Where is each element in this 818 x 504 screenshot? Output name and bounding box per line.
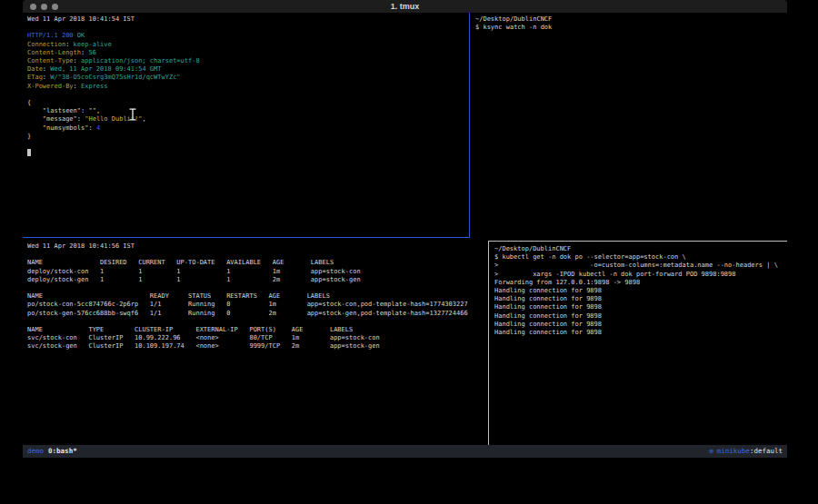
terminal-line: NAME READY STATUS RESTARTS AGE LABELS bbox=[27, 292, 488, 301]
terminal-line: Handling connection for 9898 bbox=[494, 303, 787, 311]
terminal-line: po/stock-gen-576cc688bb-swqf6 1/1 Runnin… bbox=[27, 310, 488, 318]
terminal-line: $ kubectl get -n dok po --selector=app=s… bbox=[494, 253, 787, 262]
terminal-text-segment: ~/Desktop/DublinCNCF bbox=[494, 245, 571, 252]
terminal-line bbox=[27, 91, 469, 99]
terminal-text-segment: $ kubectl get -n dok po --selector=app=s… bbox=[494, 253, 686, 261]
terminal-text-segment: Date bbox=[27, 65, 43, 73]
terminal-text-segment: svc/stock-con ClusterIP 10.99.222.96 <no… bbox=[27, 334, 380, 341]
terminal-line: Handling connection for 9898 bbox=[494, 295, 787, 303]
terminal-line: ETag: W/"38-O5coCsrg3mQ75sHr1d/qcWTwYZc" bbox=[27, 74, 469, 82]
terminal-text-segment: Handling connection for 9898 bbox=[494, 312, 602, 320]
terminal-line: svc/stock-con ClusterIP 10.99.222.96 <no… bbox=[27, 334, 488, 342]
window-title: 1. tmux bbox=[23, 0, 787, 13]
terminal-text-segment: ~/Desktop/DublinCNCF bbox=[475, 15, 552, 23]
terminal-text-segment: deploy/stock-con 1 1 1 1 1m app=stock-co… bbox=[27, 268, 361, 275]
terminal-line: Date: Wed, 11 Apr 2018 09:41:54 GMT bbox=[27, 65, 469, 74]
terminal-line: Connection: keep-alive bbox=[27, 41, 469, 49]
minimize-button[interactable] bbox=[41, 4, 47, 10]
terminal-text-segment: Wed 11 Apr 2018 10:41:56 IST bbox=[27, 242, 135, 250]
terminal-text-segment: W/"38-O5coCsrg3mQ75sHr1d/qcWTwYZc" bbox=[50, 74, 180, 81]
session-name: demo bbox=[27, 445, 44, 458]
terminal-text-segment: Connection bbox=[27, 41, 65, 48]
terminal-line bbox=[27, 24, 469, 32]
terminal-text-segment bbox=[27, 107, 43, 114]
terminal-line bbox=[27, 149, 469, 157]
terminal-line bbox=[27, 318, 488, 326]
terminal-text-segment: : bbox=[74, 57, 81, 64]
terminal-line: Handling connection for 9898 bbox=[494, 321, 787, 329]
terminal-text-segment: po/stock-gen-576cc688bb-swqf6 1/1 Runnin… bbox=[27, 310, 468, 317]
terminal-text-segment: X-Powered-By bbox=[27, 83, 74, 90]
terminal-line: deploy/stock-gen 1 1 1 1 2m app=stock-ge… bbox=[27, 276, 488, 284]
pane-http-response[interactable]: Wed 11 Apr 2018 10:41:54 ISTHTTP/1.1 200… bbox=[23, 13, 469, 237]
terminal-text-segment: > xargs -IPOD kubectl -n dok port-forwar… bbox=[494, 271, 736, 278]
terminal-text-segment: "message" bbox=[43, 115, 77, 123]
terminal-line: ~/Desktop/DublinCNCF bbox=[475, 15, 787, 24]
terminal-line: "message": "Hello Dublin!", bbox=[27, 115, 469, 124]
terminal-text-segment: NAME READY STATUS RESTARTS AGE LABELS bbox=[27, 292, 330, 300]
window-titlebar[interactable]: 1. tmux bbox=[23, 0, 787, 13]
terminal-text-segment: application/json; charset=utf-8 bbox=[81, 57, 200, 64]
tmux-status-bar: demo 0:bash* ⎈ minikube :default bbox=[23, 445, 787, 458]
terminal-text-segment: svc/stock-gen ClusterIP 10.109.197.74 <n… bbox=[27, 342, 380, 350]
terminal-line: svc/stock-gen ClusterIP 10.109.197.74 <n… bbox=[27, 342, 488, 351]
terminal-line: "lastseen": "", bbox=[27, 107, 469, 115]
terminal-text-segment: OK bbox=[77, 32, 85, 39]
terminal-text-segment: } bbox=[27, 133, 31, 140]
status-bar-right: ⎈ minikube :default bbox=[709, 445, 783, 458]
terminal-line: Handling connection for 9898 bbox=[494, 287, 787, 295]
terminal-text-segment: Content-Type bbox=[27, 57, 74, 64]
pane-ksync-watch[interactable]: ~/Desktop/DublinCNCF$ ksync watch -n dok bbox=[471, 13, 787, 241]
pane-border-vertical[interactable] bbox=[488, 241, 489, 445]
terminal-text-segment: { bbox=[27, 99, 31, 106]
terminal-text-segment: > -o=custom-columns=:metadata.name --no-… bbox=[494, 262, 778, 269]
terminal-text-segment: : bbox=[74, 83, 81, 90]
terminal-line: X-Powered-By: Express bbox=[27, 83, 469, 91]
terminal-line: Handling connection for 9898 bbox=[494, 329, 787, 337]
pane-border-horizontal[interactable] bbox=[488, 241, 787, 242]
terminal-text-segment: keep-alive bbox=[74, 41, 112, 48]
terminal-line: > -o=custom-columns=:metadata.name --no-… bbox=[494, 262, 787, 270]
terminal-text-segment: Handling connection for 9898 bbox=[494, 295, 602, 302]
terminal-text-segment: Handling connection for 9898 bbox=[494, 303, 602, 311]
pane-kubectl-get[interactable]: Wed 11 Apr 2018 10:41:56 ISTNAME DESIRED… bbox=[23, 239, 488, 445]
terminal-text-segment: "lastseen" bbox=[43, 107, 81, 114]
terminal-line: $ ksync watch -n dok bbox=[475, 24, 787, 32]
kube-context: minikube bbox=[717, 445, 750, 458]
traffic-lights bbox=[30, 4, 58, 10]
active-pane-border-vertical[interactable] bbox=[469, 13, 470, 238]
terminal-text-segment: Content-Length bbox=[27, 49, 81, 56]
terminal-text-segment: Forwarding from 127.0.0.1:9898 -> 9898 bbox=[494, 279, 640, 286]
terminal-line bbox=[27, 284, 488, 292]
active-pane-border-horizontal[interactable] bbox=[23, 237, 470, 238]
terminal-line: } bbox=[27, 133, 469, 141]
terminal-text-segment: po/stock-con-5cc874766c-2p6rp 1/1 Runnin… bbox=[27, 301, 468, 308]
terminal-line: NAME DESIRED CURRENT UP-TO-DATE AVAILABL… bbox=[27, 259, 488, 267]
terminal-text-segment: Handling connection for 9898 bbox=[494, 329, 602, 336]
terminal-text-segment: , bbox=[96, 107, 100, 114]
terminal-text-segment: NAME TYPE CLUSTER-IP EXTERNAL-IP PORT(S)… bbox=[27, 326, 353, 333]
mouse-cursor-ibeam bbox=[128, 108, 137, 121]
terminal-line bbox=[27, 251, 488, 259]
zoom-button[interactable] bbox=[52, 4, 58, 10]
terminal-text-segment: NAME DESIRED CURRENT UP-TO-DATE AVAILABL… bbox=[27, 259, 334, 266]
window-tab-bash[interactable]: 0:bash* bbox=[48, 445, 77, 458]
terminal-line: po/stock-con-5cc874766c-2p6rp 1/1 Runnin… bbox=[27, 301, 488, 309]
desktop-background: { "window": { "title": "1. tmux" }, "col… bbox=[0, 0, 818, 504]
close-button[interactable] bbox=[30, 4, 36, 10]
terminal-line: > xargs -IPOD kubectl -n dok port-forwar… bbox=[494, 271, 787, 279]
terminal-line: HTTP/1.1 200 OK bbox=[27, 32, 469, 40]
terminal-line: Content-Type: application/json; charset=… bbox=[27, 57, 469, 65]
terminal-text-segment: deploy/stock-gen 1 1 1 1 2m app=stock-ge… bbox=[27, 276, 361, 283]
terminal-text-segment: ETag bbox=[27, 74, 43, 81]
terminal-line: Wed 11 Apr 2018 10:41:54 IST bbox=[27, 15, 469, 24]
terminal-line: NAME TYPE CLUSTER-IP EXTERNAL-IP PORT(S)… bbox=[27, 326, 488, 334]
terminal-line: Content-Length: 56 bbox=[27, 49, 469, 57]
terminal-text-segment: "numsymbols" bbox=[43, 124, 89, 132]
terminal-text-segment: 56 bbox=[88, 49, 95, 56]
terminal-text-segment: : bbox=[65, 41, 73, 48]
pane-port-forward[interactable]: ~/Desktop/DublinCNCF$ kubectl get -n dok… bbox=[490, 242, 787, 445]
terminal-text-segment: : bbox=[88, 124, 95, 132]
terminal-line: "numsymbols": 4 bbox=[27, 124, 469, 133]
terminal-line: Handling connection for 9898 bbox=[494, 312, 787, 321]
